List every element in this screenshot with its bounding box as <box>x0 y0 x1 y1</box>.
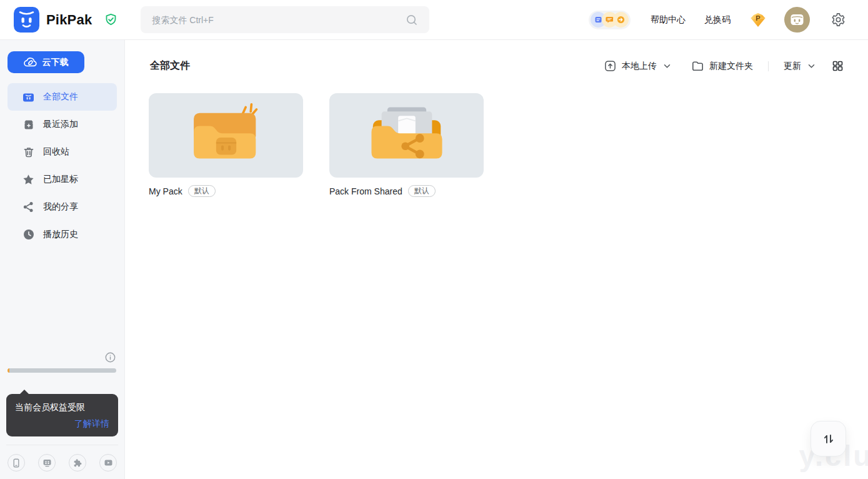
sidebar-nav: 全部文件 最近添加 回收站 <box>0 83 124 248</box>
membership-tooltip: 当前会员权益受限 了解详情 <box>6 394 118 436</box>
tv-app-icon[interactable] <box>38 454 56 471</box>
arrow-badge-icon[interactable] <box>613 12 629 28</box>
sidebar-item-all-files[interactable]: 全部文件 <box>7 83 117 111</box>
folder-card-my-pack[interactable]: My Pack 默认 <box>149 93 303 197</box>
sort-arrows-icon <box>822 432 836 446</box>
avatar[interactable] <box>784 7 810 33</box>
sidebar-footer-icons <box>7 454 117 471</box>
app-badges <box>589 11 631 29</box>
sidebar-item-label: 全部文件 <box>43 91 78 103</box>
vip-gem-badge[interactable]: P <box>749 12 767 28</box>
chevron-down-icon <box>808 64 815 69</box>
shared-folder-illustration <box>360 101 454 170</box>
folder-thumbnail[interactable] <box>149 93 303 178</box>
new-folder-label: 新建文件夹 <box>709 61 753 72</box>
folder-name: My Pack <box>149 186 182 196</box>
sidebar-item-label: 最近添加 <box>43 119 78 130</box>
help-center-link[interactable]: 帮助中心 <box>651 14 686 26</box>
search-input[interactable] <box>152 15 406 25</box>
default-badge: 默认 <box>188 185 216 197</box>
cloud-link-icon <box>24 57 37 68</box>
update-button[interactable]: 更新 <box>784 61 815 72</box>
sidebar-item-label: 我的分享 <box>43 201 78 213</box>
settings-gear-icon[interactable] <box>831 13 846 27</box>
page-title: 全部文件 <box>150 59 190 73</box>
sidebar-item-trash[interactable]: 回收站 <box>7 138 117 166</box>
sidebar-item-my-shares[interactable]: 我的分享 <box>7 193 117 221</box>
default-badge: 默认 <box>408 185 436 197</box>
extension-puzzle-icon[interactable] <box>69 454 86 471</box>
local-upload-button[interactable]: 本地上传 <box>604 60 671 72</box>
sidebar-item-play-history[interactable]: 播放历史 <box>7 221 117 248</box>
sidebar-item-starred[interactable]: 已加星标 <box>7 166 117 193</box>
trash-icon <box>22 146 34 158</box>
folder-icon <box>692 61 704 71</box>
toolbar-divider <box>768 61 769 71</box>
folder-thumbnail[interactable] <box>329 93 484 178</box>
chevron-down-icon <box>664 64 671 69</box>
storage-progress-bar <box>7 368 116 373</box>
brand: PikPak <box>14 7 117 33</box>
storage-progress-fill <box>7 368 9 373</box>
new-folder-button[interactable]: 新建文件夹 <box>692 61 753 72</box>
star-icon <box>22 174 34 185</box>
svg-text:P: P <box>756 14 760 21</box>
folder-grid: My Pack 默认 <box>149 93 843 197</box>
tooltip-text: 当前会员权益受限 <box>15 402 109 413</box>
upload-icon <box>604 60 616 72</box>
robot-files-icon <box>22 92 34 103</box>
header-actions: 帮助中心 兑换码 P <box>589 7 846 33</box>
sidebar-item-label: 回收站 <box>43 146 69 158</box>
video-player-icon[interactable] <box>99 454 117 471</box>
box-add-icon <box>22 119 34 130</box>
sidebar-item-recent[interactable]: 最近添加 <box>7 111 117 138</box>
header: PikPak <box>0 0 868 40</box>
pikpak-app: PikPak <box>0 0 868 479</box>
search-icon <box>406 14 418 26</box>
sidebar: 云下载 全部文件 最近添加 <box>0 40 125 479</box>
learn-more-link[interactable]: 了解详情 <box>74 418 109 430</box>
sidebar-divider <box>6 445 118 445</box>
sidebar-item-label: 已加星标 <box>43 174 78 185</box>
redeem-code-link[interactable]: 兑换码 <box>704 14 731 26</box>
search-bar[interactable] <box>141 6 429 33</box>
cloud-download-label: 云下载 <box>42 57 69 68</box>
brand-name: PikPak <box>46 12 92 28</box>
security-shield-icon <box>104 13 117 26</box>
update-label: 更新 <box>784 61 801 72</box>
cloud-download-button[interactable]: 云下载 <box>7 51 84 73</box>
robot-folder-illustration <box>179 101 273 170</box>
history-icon <box>22 229 34 240</box>
main-content: 全部文件 本地上传 <box>125 40 868 479</box>
folder-card-pack-from-shared[interactable]: Pack From Shared 默认 <box>329 93 484 197</box>
share-icon <box>22 201 34 213</box>
toolbar: 本地上传 新建文件夹 更新 <box>604 60 843 72</box>
sort-button[interactable] <box>811 421 846 456</box>
grid-view-icon[interactable] <box>832 61 843 71</box>
folder-name: Pack From Shared <box>329 186 402 196</box>
pikpak-logo <box>14 7 39 33</box>
local-upload-label: 本地上传 <box>622 61 657 72</box>
sidebar-item-label: 播放历史 <box>43 229 78 240</box>
info-icon[interactable] <box>105 352 116 363</box>
mobile-app-icon[interactable] <box>7 454 25 471</box>
